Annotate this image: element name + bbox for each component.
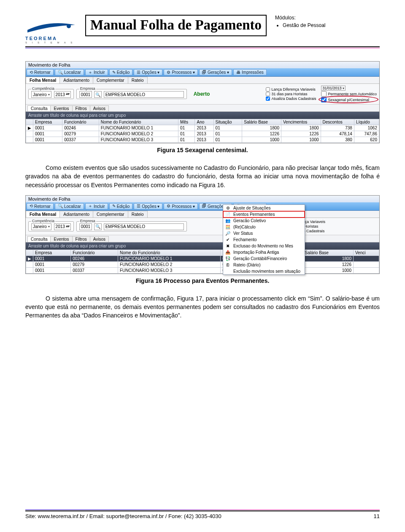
- group-hint-bar[interactable]: Arraste um título de coluna aqui para cr…: [26, 242, 379, 250]
- toolbar-retornar-button[interactable]: ⟲Retornar: [27, 203, 54, 210]
- column-header[interactable]: Ano: [195, 119, 213, 125]
- data-grid[interactable]: EmpresaFuncionárioNome do FuncionárioMês…: [26, 250, 379, 274]
- tab-folha-mensal[interactable]: Folha Mensal: [26, 211, 60, 218]
- menu-item-importa-o-folha-antiga[interactable]: 📥Importação Folha Antiga: [223, 249, 305, 255]
- column-header[interactable]: Situação: [213, 119, 242, 125]
- processos--icon: ⚙: [167, 204, 170, 208]
- subtab-avisos[interactable]: Avisos: [90, 236, 109, 242]
- subtab-consulta[interactable]: Consulta: [27, 236, 51, 242]
- menu-item-label: Importação Folha Antiga: [233, 250, 279, 255]
- table-row[interactable]: ▶000100246FUNCIONARIO MODELO 10120130118…: [26, 255, 379, 261]
- edi-o-icon: ✎: [112, 70, 116, 75]
- checkbox-input[interactable]: [266, 97, 270, 101]
- toolbar-impress-es-button[interactable]: 🖶Impressões: [233, 69, 267, 75]
- column-header[interactable]: Empresa: [33, 119, 62, 125]
- table-row[interactable]: ▶000100246FUNCIONARIO MODELO 10120130118…: [26, 125, 379, 131]
- toolbar-edi-o-button[interactable]: ✎Edição: [109, 69, 133, 75]
- toolbar-op-es--button[interactable]: ☰Opções ▾: [134, 203, 162, 210]
- menu-item-ajuste-de-situa-es[interactable]: ⚙Ajuste de Situações: [223, 205, 305, 211]
- menu-item-icon: 📥: [225, 250, 231, 255]
- column-header[interactable]: Empresa: [33, 250, 71, 255]
- mes-dropdown[interactable]: Janeiro: [31, 223, 51, 230]
- table-row[interactable]: 000100337FUNCIONARIO MODELO 301201301100…: [26, 267, 379, 273]
- menu-item-eventos-permanentes[interactable]: 📄Eventos Permanentes: [223, 211, 305, 218]
- tab-adiantamento[interactable]: Adiantamento: [59, 211, 93, 218]
- toolbar-localizar-button[interactable]: 🔍Localizar: [55, 203, 84, 210]
- toolbar-retornar-button[interactable]: ⟲Retornar: [27, 69, 54, 75]
- empresa-cod-field[interactable]: 0001: [79, 91, 92, 98]
- checkbox-input[interactable]: [266, 92, 270, 96]
- date-field[interactable]: 31/01/2013: [321, 86, 346, 91]
- tab-rateio[interactable]: Rateio: [128, 77, 148, 83]
- column-header[interactable]: Nome do Funcionário: [99, 119, 178, 125]
- toolbar-processos--button[interactable]: ⚙Processos ▾: [164, 203, 197, 210]
- tab-complementar[interactable]: Complementar: [93, 77, 128, 83]
- data-grid[interactable]: EmpresaFuncionárioNome do FuncionárioMês…: [26, 119, 379, 143]
- cell: 0001: [33, 137, 62, 143]
- menu-item-ver-status[interactable]: 🔎Ver Status: [223, 230, 305, 236]
- column-header[interactable]: Salário Base: [303, 250, 354, 255]
- subtab-eventos[interactable]: Eventos: [50, 236, 72, 242]
- column-header[interactable]: Salário Base: [242, 119, 281, 125]
- checkbox-sexagenal-p-centesimal[interactable]: Sexagenal p/Centesimal: [321, 97, 377, 102]
- cell: 01: [178, 137, 195, 143]
- menu-item-gerac-o-coletivo[interactable]: 👥Geracão Coletivo: [223, 218, 305, 224]
- menu-item-exclus-o-movimentos-sem-situa-o[interactable]: Exclusão movimentos sem situação: [223, 268, 305, 274]
- processos-dropdown-menu[interactable]: ⚙Ajuste de Situações📄Eventos Permanentes…: [223, 204, 305, 275]
- menu-item-rateio-di-rio-[interactable]: 🗓Rateio (Diário): [223, 262, 305, 268]
- subtab-consulta[interactable]: Consulta: [27, 105, 51, 111]
- checkbox-permanente-sem-autom-tico[interactable]: Permanente sem Automático: [321, 91, 377, 97]
- table-row[interactable]: 000100337FUNCIONARIO MODELO 301201301100…: [26, 137, 379, 143]
- column-header[interactable]: Líquido: [354, 119, 379, 125]
- subtab-eventos[interactable]: Eventos: [50, 105, 72, 111]
- toolbar-localizar-button[interactable]: 🔍Localizar: [55, 69, 84, 75]
- cell: 1000: [281, 137, 321, 143]
- checkbox-lan-a-diferen-a-variaveis[interactable]: Lança Diferença Variaveis: [266, 87, 316, 91]
- column-header[interactable]: Descontos: [321, 119, 354, 125]
- column-header[interactable]: Funcionário: [71, 250, 118, 255]
- empresa-lookup-icon[interactable]: 🔍: [94, 223, 102, 230]
- toolbar-incluir-button[interactable]: ＋Incluir: [85, 203, 108, 210]
- menu-item--re-c-lculo[interactable]: 🧮(Re)Cálculo: [223, 224, 305, 230]
- empresa-nome-field[interactable]: EMPRESA MODELO: [104, 91, 184, 98]
- menu-item-label: Exclusao do Movimento no Mes: [233, 244, 293, 248]
- column-header[interactable]: Vencimentos: [281, 119, 321, 125]
- table-row[interactable]: 000100279FUNCIONARIO MODELO 201201301122…: [26, 261, 379, 267]
- cell: 1000: [242, 137, 281, 143]
- empresa-nome-field[interactable]: EMPRESA MODELO: [104, 223, 184, 230]
- ano-spinner[interactable]: 2013: [54, 91, 71, 98]
- toolbar-incluir-button[interactable]: ＋Incluir: [85, 69, 108, 75]
- mes-dropdown[interactable]: Janeiro: [31, 91, 51, 98]
- empresa-cod-field[interactable]: 0001: [79, 223, 92, 230]
- toolbar-button-label: Retornar: [34, 204, 51, 209]
- toolbar-gera-es--button[interactable]: 🗐Gerações ▾: [199, 69, 232, 75]
- menu-item-exclusao-do-movimento-no-mes[interactable]: ✖Exclusao do Movimento no Mes: [223, 243, 305, 249]
- empresa-lookup-icon[interactable]: 🔍: [94, 91, 102, 98]
- column-header[interactable]: Mês: [178, 119, 195, 125]
- subtab-avisos[interactable]: Avisos: [90, 105, 109, 111]
- column-header[interactable]: Funcionário: [62, 119, 99, 125]
- column-header[interactable]: Nome do Funcionário: [118, 250, 220, 255]
- checkbox-atualiza-dados-cadastrais[interactable]: Atualiza Dados Cadastrais: [266, 97, 316, 101]
- ano-spinner[interactable]: 2013: [54, 223, 71, 230]
- group-hint-bar[interactable]: Arraste um título de coluna aqui para cr…: [26, 112, 379, 119]
- tab-complementar[interactable]: Complementar: [93, 211, 128, 218]
- checkbox-input[interactable]: [321, 97, 327, 102]
- subtab-filtros[interactable]: Filtros: [72, 105, 90, 111]
- column-header[interactable]: Venci: [353, 250, 379, 255]
- tab-rateio[interactable]: Rateio: [128, 211, 148, 218]
- checkbox-input[interactable]: [266, 87, 270, 91]
- checkbox-input[interactable]: [321, 91, 327, 97]
- toolbar-op-es--button[interactable]: ☰Opções ▾: [134, 69, 162, 75]
- menu-item-fechamento[interactable]: ✔Fechamento: [223, 236, 305, 243]
- checkbox--dias-para-horistas[interactable]: 31 dias para Horistas: [266, 92, 316, 96]
- tab-adiantamento[interactable]: Adiantamento: [59, 77, 93, 83]
- toolbar-edi-o-button[interactable]: ✎Edição: [109, 203, 133, 210]
- toolbar-button-label: Localizar: [64, 70, 81, 75]
- cell: FUNCIONARIO MODELO 2: [99, 131, 178, 137]
- tab-folha-mensal[interactable]: Folha Mensal: [26, 77, 60, 83]
- menu-item-gera-o-cont-bil-financeiro[interactable]: 💱Geração Contábil/Financeiro: [223, 255, 305, 262]
- table-row[interactable]: 000100279FUNCIONARIO MODELO 201201301122…: [26, 131, 379, 137]
- toolbar-processos--button[interactable]: ⚙Processos ▾: [164, 69, 197, 75]
- subtab-filtros[interactable]: Filtros: [72, 236, 90, 242]
